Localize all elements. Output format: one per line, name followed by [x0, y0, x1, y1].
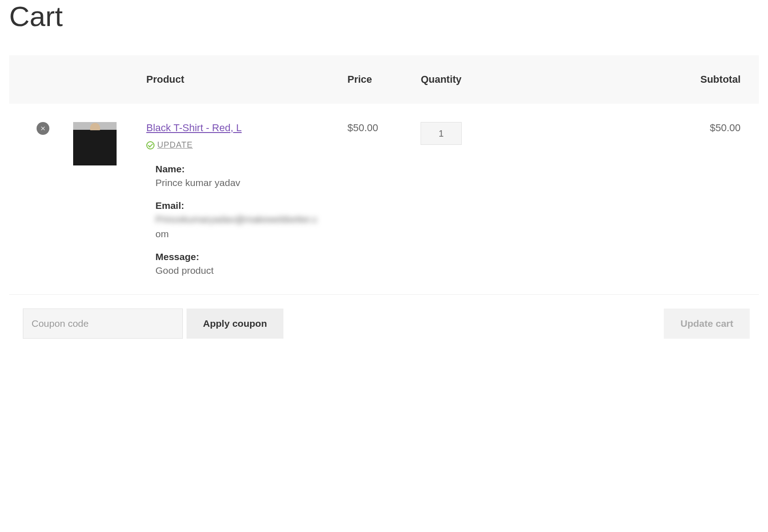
item-price: $50.00: [338, 104, 407, 294]
page-title: Cart: [9, 0, 759, 32]
remove-item-button[interactable]: [37, 122, 49, 135]
meta-name-label: Name:: [155, 164, 329, 175]
col-header-product: Product: [137, 55, 338, 104]
item-subtotal: $50.00: [475, 104, 759, 294]
check-circle-icon: [146, 141, 155, 149]
cart-table: Product Price Quantity Subtotal Black T-…: [9, 55, 759, 352]
meta-message-value: Good product: [155, 265, 329, 276]
meta-name-value: Prince kumar yadav: [155, 177, 329, 188]
meta-message-label: Message:: [155, 251, 329, 262]
product-name-link[interactable]: Black T-Shirt - Red, L: [146, 122, 242, 133]
col-header-thumb: [64, 55, 137, 104]
meta-email-label: Email:: [155, 200, 329, 211]
col-header-subtotal: Subtotal: [475, 55, 759, 104]
close-icon: [40, 125, 46, 132]
item-update-link[interactable]: UPDATE: [157, 140, 193, 150]
apply-coupon-button[interactable]: Apply coupon: [187, 309, 283, 339]
update-cart-button[interactable]: Update cart: [664, 309, 750, 339]
coupon-code-input[interactable]: [23, 309, 183, 339]
meta-email-value-line1: Princekumaryadav@makewebbetter.c: [155, 214, 329, 225]
meta-email-value-line2: om: [155, 229, 329, 239]
cart-actions-row: Apply coupon Update cart: [9, 294, 759, 352]
col-header-remove: [9, 55, 64, 104]
product-thumbnail[interactable]: [73, 122, 117, 165]
col-header-quantity: Quantity: [407, 55, 475, 104]
item-meta: Name: Prince kumar yadav Email: Princeku…: [146, 164, 329, 276]
col-header-price: Price: [338, 55, 407, 104]
quantity-input[interactable]: [421, 122, 462, 145]
cart-item-row: Black T-Shirt - Red, L UPDATE Name: Prin…: [9, 104, 759, 294]
